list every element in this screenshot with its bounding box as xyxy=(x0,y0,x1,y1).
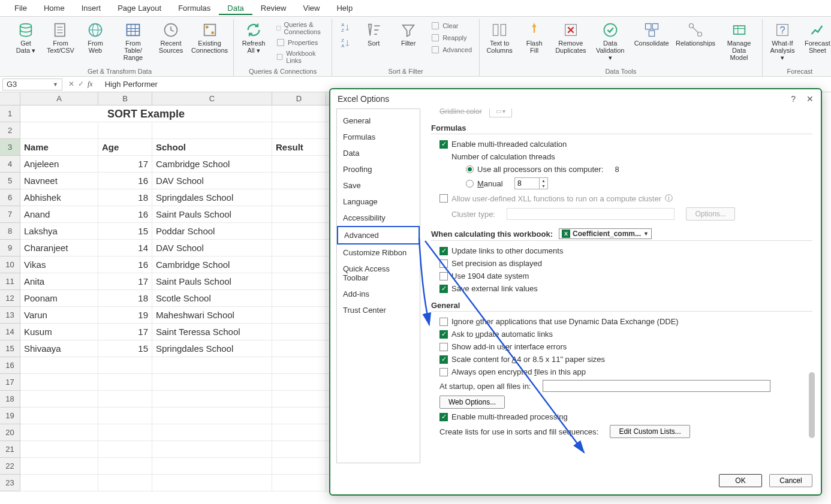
menu-file[interactable]: File xyxy=(6,1,35,15)
header-cell[interactable]: Name xyxy=(20,139,98,156)
ribbon-rel[interactable]: Relationships xyxy=(675,20,716,48)
col-header-B[interactable]: B xyxy=(98,92,152,105)
cell[interactable]: Anita xyxy=(20,273,98,290)
row-header-22[interactable]: 22 xyxy=(0,458,20,475)
cell[interactable] xyxy=(272,340,326,357)
row-header-19[interactable]: 19 xyxy=(0,408,20,424)
cell[interactable] xyxy=(98,391,152,408)
row-header-7[interactable]: 7 xyxy=(0,206,20,223)
close-icon[interactable]: ✕ xyxy=(806,94,814,104)
web-options-button[interactable]: Web Options... xyxy=(439,396,505,409)
checkbox-open-encrypted[interactable] xyxy=(439,368,448,376)
cell[interactable] xyxy=(272,307,326,324)
ribbon-fs[interactable]: ForecastSheet xyxy=(802,20,831,55)
edit-custom-lists-button[interactable]: Edit Custom Lists... xyxy=(610,425,690,438)
cell[interactable] xyxy=(152,122,272,139)
nav-data[interactable]: Data xyxy=(337,145,420,161)
checkbox-enable-mt-calc[interactable] xyxy=(439,140,448,149)
checkbox-ask-update[interactable] xyxy=(439,330,448,339)
ribbon-dv[interactable]: DataValidation ▾ xyxy=(592,20,628,63)
nav-trust-center[interactable]: Trust Center xyxy=(337,302,420,318)
row-header-16[interactable]: 16 xyxy=(0,357,20,374)
cell[interactable]: Saint Teressa School xyxy=(152,324,272,340)
col-header-A[interactable]: A xyxy=(20,92,98,105)
row-header-6[interactable]: 6 xyxy=(0,189,20,206)
row-header-4[interactable]: 4 xyxy=(0,156,20,173)
cell[interactable] xyxy=(272,424,326,441)
cell[interactable]: Poonam xyxy=(20,290,98,307)
cell[interactable]: Vikas xyxy=(20,256,98,273)
cell[interactable] xyxy=(272,156,326,173)
cell[interactable] xyxy=(272,441,326,458)
cell[interactable] xyxy=(272,223,326,240)
name-box-dropdown-icon[interactable]: ▼ xyxy=(53,82,58,87)
cell[interactable]: Cambridge School xyxy=(152,156,272,173)
row-header-15[interactable]: 15 xyxy=(0,340,20,357)
nav-quick-access-toolbar[interactable]: Quick Access Toolbar xyxy=(337,261,420,286)
select-all-corner[interactable] xyxy=(0,92,20,105)
cell[interactable] xyxy=(272,240,326,256)
cell[interactable]: 19 xyxy=(98,307,152,324)
row-header-3[interactable]: 3 xyxy=(0,139,20,156)
checkbox-enable-mt-proc[interactable] xyxy=(439,413,448,421)
scrollbar-thumb[interactable] xyxy=(809,372,815,438)
cancel-formula-icon[interactable]: ✕ xyxy=(68,80,74,89)
ribbon-ttc[interactable]: Text toColumns xyxy=(484,20,514,55)
nav-accessibility[interactable]: Accessibility xyxy=(337,210,420,226)
menu-data[interactable]: Data xyxy=(219,1,252,15)
cell[interactable]: Cambridge School xyxy=(152,256,272,273)
ribbon-db[interactable]: GetData ▾ xyxy=(11,20,41,56)
ribbon-wi[interactable]: ?What-IfAnalysis ▾ xyxy=(767,20,798,63)
cell[interactable] xyxy=(98,357,152,374)
cell[interactable]: Springdales School xyxy=(152,340,272,357)
row-header-21[interactable]: 21 xyxy=(0,441,20,458)
workbook-selector[interactable]: XCoefficient_comm...▼ xyxy=(559,228,652,239)
cell[interactable]: Anjeleen xyxy=(20,156,98,173)
cell[interactable] xyxy=(272,391,326,408)
row-header-13[interactable]: 13 xyxy=(0,307,20,324)
ribbon-queries---connections[interactable]: Queries & Connections xyxy=(273,20,327,36)
cell[interactable]: 16 xyxy=(98,206,152,223)
ribbon-refresh[interactable]: RefreshAll ▾ xyxy=(239,20,269,56)
cell[interactable] xyxy=(20,458,98,475)
nav-customize-ribbon[interactable]: Customize Ribbon xyxy=(337,245,420,261)
cell[interactable] xyxy=(152,441,272,458)
cell[interactable] xyxy=(98,424,152,441)
cell[interactable] xyxy=(272,475,326,491)
col-header-D[interactable]: D xyxy=(272,92,326,105)
ribbon-rd[interactable]: RemoveDuplicates xyxy=(554,20,587,55)
cell[interactable]: Poddar School xyxy=(152,223,272,240)
header-cell[interactable]: Age xyxy=(98,139,152,156)
menu-help[interactable]: Help xyxy=(328,1,361,15)
radio-use-all-processors[interactable] xyxy=(466,165,474,173)
row-header-1[interactable]: 1 xyxy=(0,105,20,122)
cell[interactable] xyxy=(20,441,98,458)
cell[interactable] xyxy=(20,391,98,408)
cell[interactable] xyxy=(20,122,98,139)
ribbon-recent[interactable]: RecentSources xyxy=(156,20,186,55)
ribbon-reapply[interactable]: Reapply xyxy=(428,32,474,43)
ribbon-advanced[interactable]: Advanced xyxy=(428,44,474,55)
row-header-14[interactable]: 14 xyxy=(0,324,20,340)
nav-advanced[interactable]: Advanced xyxy=(337,226,420,245)
menu-view[interactable]: View xyxy=(294,1,328,15)
cell[interactable]: Charanjeet xyxy=(20,240,98,256)
radio-manual-threads[interactable] xyxy=(466,180,474,188)
cell[interactable] xyxy=(152,391,272,408)
ribbon-workbook-links[interactable]: Workbook Links xyxy=(273,49,327,65)
name-box[interactable]: G3 ▼ xyxy=(2,79,62,90)
cell[interactable]: 17 xyxy=(98,273,152,290)
menu-insert[interactable]: Insert xyxy=(73,1,110,15)
col-header-C[interactable]: C xyxy=(152,92,272,105)
row-header-5[interactable]: 5 xyxy=(0,173,20,189)
cell[interactable] xyxy=(152,458,272,475)
ribbon-csv[interactable]: FromText/CSV xyxy=(46,20,76,55)
cell[interactable] xyxy=(272,105,326,122)
nav-general[interactable]: General xyxy=(337,113,420,129)
header-cell[interactable]: Result xyxy=(272,139,326,156)
cell[interactable] xyxy=(98,374,152,391)
title-cell[interactable]: SORT Example xyxy=(20,105,272,122)
spinner-manual-threads[interactable]: ▲▼ xyxy=(514,177,548,189)
cell[interactable]: 17 xyxy=(98,156,152,173)
cell[interactable]: Shivaaya xyxy=(20,340,98,357)
